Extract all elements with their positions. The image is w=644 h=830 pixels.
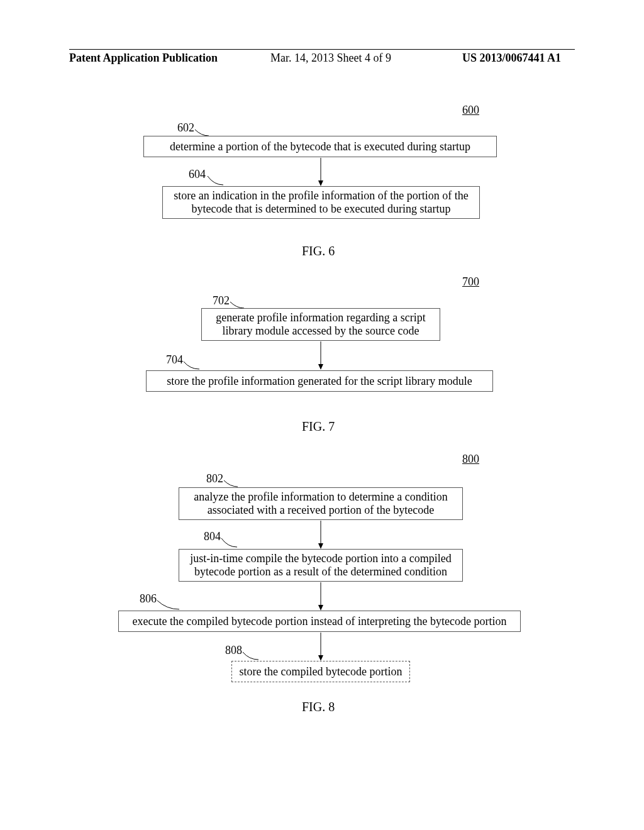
- leader-602: [195, 124, 214, 137]
- header-rule: [69, 49, 575, 50]
- fig6-ref: 600: [462, 104, 479, 117]
- leader-704: [184, 357, 203, 370]
- fig8-label-804: 804: [204, 530, 221, 543]
- svg-marker-5: [318, 543, 323, 549]
- fig7-label-704: 704: [166, 353, 183, 367]
- page: Patent Application Publication Mar. 14, …: [0, 0, 644, 830]
- arrow-802-804: [318, 521, 324, 549]
- fig7-box-704: store the profile information generated …: [146, 370, 493, 392]
- fig8-box-804: just-in-time compile the bytecode portio…: [179, 549, 463, 582]
- fig7-label-702: 702: [213, 294, 230, 307]
- header-center: Mar. 14, 2013 Sheet 4 of 9: [270, 52, 391, 65]
- header-right: US 2013/0067441 A1: [462, 52, 561, 65]
- fig6-caption: FIG. 6: [302, 244, 335, 258]
- fig8-label-808: 808: [225, 644, 242, 657]
- fig6-label-602: 602: [177, 121, 194, 135]
- leader-808: [243, 647, 262, 661]
- arrow-806-808: [318, 633, 324, 661]
- svg-marker-1: [318, 180, 323, 186]
- fig7-caption: FIG. 7: [302, 419, 335, 434]
- svg-marker-7: [318, 605, 323, 611]
- fig6-box-602: determine a portion of the bytecode that…: [143, 136, 497, 157]
- fig8-box-802: analyze the profile information to deter…: [179, 487, 463, 520]
- leader-802: [224, 475, 243, 488]
- fig7-box-702: generate profile information regarding a…: [201, 308, 440, 341]
- arrow-602-604: [318, 158, 324, 186]
- fig8-label-802: 802: [206, 472, 223, 485]
- fig8-ref: 800: [462, 453, 479, 466]
- fig8-box-808: store the compiled bytecode portion: [231, 661, 410, 682]
- arrow-804-806: [318, 582, 324, 611]
- fig8-box-806: execute the compiled bytecode portion in…: [118, 611, 521, 632]
- leader-604: [208, 171, 226, 187]
- fig8-label-806: 806: [140, 592, 157, 606]
- svg-marker-3: [318, 364, 323, 370]
- arrow-702-704: [318, 341, 324, 370]
- fig7-ref: 700: [462, 275, 479, 289]
- leader-806: [157, 595, 182, 611]
- leader-702: [230, 297, 249, 309]
- header-left: Patent Application Publication: [69, 52, 218, 65]
- fig8-caption: FIG. 8: [302, 700, 335, 714]
- fig6-label-604: 604: [189, 168, 206, 181]
- svg-marker-9: [318, 655, 323, 661]
- leader-804: [221, 533, 240, 549]
- fig6-box-604: store an indication in the profile infor…: [162, 186, 480, 219]
